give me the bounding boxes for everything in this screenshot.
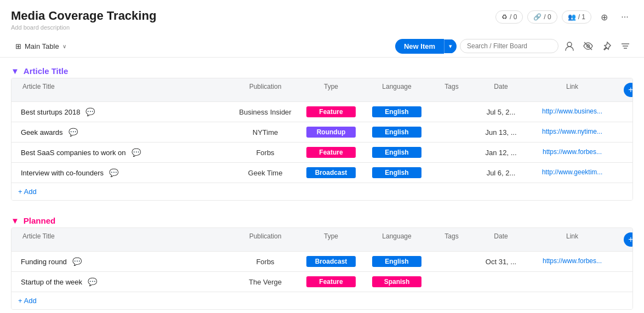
header-left: Media Coverage Tracking Add board descri… <box>11 9 156 31</box>
comment-icon[interactable]: 💬 <box>88 277 97 286</box>
col-header-link: Link <box>528 78 616 101</box>
table-view-label: Main Table <box>25 42 59 50</box>
more-icon: ··· <box>621 12 628 22</box>
row-type: Feature <box>298 272 364 292</box>
row-extra <box>616 257 632 266</box>
row-extra <box>616 168 632 177</box>
language-badge[interactable]: English <box>372 127 421 138</box>
row-title-cell: Startup of the week 💬 <box>12 273 232 291</box>
row-language: English <box>364 143 430 162</box>
board-description[interactable]: Add board description <box>11 24 156 31</box>
language-badge[interactable]: Spanish <box>372 276 421 287</box>
section-title: Article Title <box>24 66 68 76</box>
section-chevron-icon: ▼ <box>11 66 19 76</box>
table-column-headers: Article Title Publication Type Language … <box>12 228 632 252</box>
planned-table: Article Title Publication Type Language … <box>11 227 633 310</box>
filter-icon[interactable] <box>618 38 633 54</box>
chevron-down-icon: ∨ <box>62 43 66 49</box>
automation-icon: ♻ <box>501 13 508 21</box>
integrate-button[interactable]: 🔗 / 0 <box>527 10 557 24</box>
type-badge[interactable]: Feature <box>306 147 356 158</box>
person-icon[interactable] <box>562 38 577 54</box>
svg-point-0 <box>567 42 572 47</box>
col-add-button[interactable]: + <box>616 228 632 251</box>
add-planned-row-button[interactable]: + Add <box>12 292 632 309</box>
comment-icon[interactable]: 💬 <box>69 128 78 136</box>
link-value[interactable]: https://www.forbes... <box>543 148 602 156</box>
toolbar: ⊞ Main Table ∨ New Item ▾ <box>0 35 644 58</box>
row-title-cell: Best sturtups 2018 💬 <box>12 103 232 121</box>
board-title: Media Coverage Tracking <box>11 9 156 23</box>
language-badge[interactable]: English <box>372 167 421 178</box>
col-add-button[interactable]: + <box>616 78 632 101</box>
language-badge[interactable]: English <box>372 106 421 117</box>
article-title-table: Article Title Publication Type Language … <box>11 78 633 201</box>
row-extra <box>616 148 632 157</box>
automation-button[interactable]: ♻ / 0 <box>495 10 523 24</box>
row-link: https://www.forbes... <box>528 253 616 271</box>
row-date: Jan 12, ... <box>474 144 528 161</box>
row-title[interactable]: Interview with co-founders <box>21 169 104 177</box>
row-title[interactable]: Best sturtups 2018 <box>21 108 80 116</box>
new-item-button[interactable]: New Item <box>395 39 444 54</box>
row-publication: NYTime <box>232 124 298 141</box>
link-value[interactable]: https://www.forbes... <box>543 257 602 265</box>
integrate-count: / 0 <box>544 13 551 21</box>
more-button[interactable]: ··· <box>617 9 633 25</box>
language-badge[interactable]: English <box>372 256 421 267</box>
add-row-label: + Add <box>18 187 37 196</box>
automation-count: / 0 <box>510 13 517 21</box>
table-row: Interview with co-founders 💬 Geek Time B… <box>12 163 632 183</box>
grid-icon: ⊞ <box>15 42 21 50</box>
section-title: Planned <box>24 216 55 225</box>
row-date: Oct 31, ... <box>474 253 528 270</box>
toolbar-left: ⊞ Main Table ∨ <box>11 40 71 53</box>
comment-icon[interactable]: 💬 <box>86 107 95 116</box>
link-value[interactable]: http://www.busines... <box>542 107 602 115</box>
col-header-language: Language <box>364 78 430 101</box>
col-header-tags: Tags <box>430 78 474 101</box>
type-badge[interactable]: Feature <box>306 276 356 287</box>
add-row-button[interactable]: + Add <box>12 183 632 200</box>
row-title-cell: Interview with co-founders 💬 <box>12 164 232 181</box>
pin-icon[interactable] <box>599 38 614 54</box>
add-column-icon[interactable]: + <box>624 232 633 247</box>
row-language: English <box>364 122 430 142</box>
type-badge[interactable]: Broadcast <box>306 256 356 267</box>
col-header-title: Article Title <box>12 228 232 251</box>
comment-icon[interactable]: 💬 <box>72 257 82 266</box>
hide-icon[interactable] <box>580 38 596 54</box>
planned-section: ▼ Planned Article Title Publication Type… <box>11 212 633 310</box>
comment-icon[interactable]: 💬 <box>109 168 118 177</box>
link-value[interactable]: https://www.nytime... <box>542 128 602 135</box>
new-item-dropdown-button[interactable]: ▾ <box>444 39 457 53</box>
section-header-article-title: ▼ Article Title <box>11 62 633 78</box>
row-publication: Forbs <box>232 253 298 270</box>
add-column-icon[interactable]: + <box>624 83 633 97</box>
language-badge[interactable]: English <box>372 147 421 158</box>
comment-icon[interactable]: 💬 <box>132 148 141 157</box>
section-chevron-icon: ▼ <box>11 216 19 225</box>
row-title[interactable]: Best SaaS companies to work on <box>21 149 126 157</box>
table-view-selector[interactable]: ⊞ Main Table ∨ <box>11 40 71 53</box>
col-header-type: Type <box>298 228 364 251</box>
row-title[interactable]: Funding round <box>21 258 67 266</box>
members-button[interactable]: 👥 / 1 <box>562 10 591 24</box>
type-badge[interactable]: Feature <box>306 106 356 117</box>
row-tags <box>430 148 474 157</box>
row-publication: Geek Time <box>232 164 298 181</box>
row-title[interactable]: Startup of the week <box>21 278 82 286</box>
type-badge[interactable]: Broadcast <box>306 167 356 178</box>
page-header: Media Coverage Tracking Add board descri… <box>0 0 644 35</box>
row-link <box>528 274 616 291</box>
search-input[interactable] <box>460 39 558 53</box>
row-title[interactable]: Geek awards <box>21 128 63 136</box>
share-button[interactable]: ⊕ <box>596 9 612 25</box>
col-header-date: Date <box>474 228 528 251</box>
row-date: Jun 13, ... <box>474 124 528 141</box>
row-type: Broadcast <box>298 252 364 271</box>
row-date <box>474 277 528 286</box>
type-badge[interactable]: Roundup <box>306 127 356 138</box>
col-header-language: Language <box>364 228 430 251</box>
link-value[interactable]: http://www.geektim... <box>542 168 603 176</box>
